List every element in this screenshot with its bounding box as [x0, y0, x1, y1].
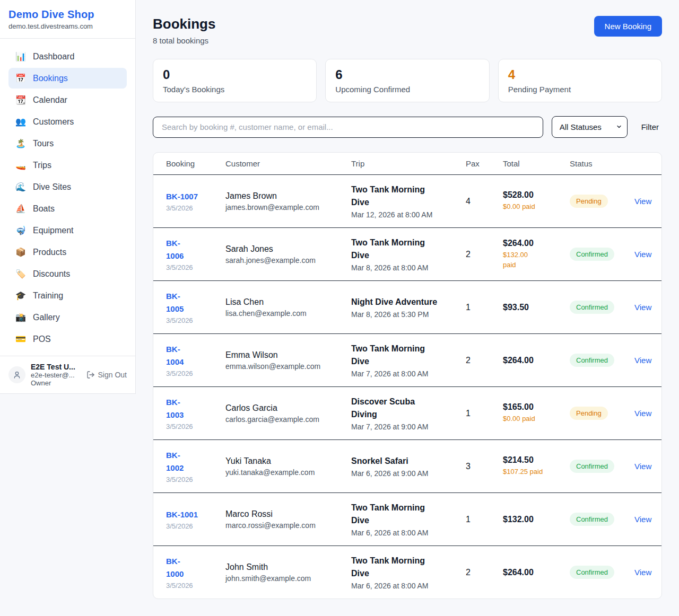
tag-icon: 🏷️: [15, 269, 27, 279]
user-email: e2e-tester@...: [31, 371, 86, 379]
sidebar-item-equipment[interactable]: 🤿 Equipment: [8, 220, 127, 241]
sidebar-item-training[interactable]: 🎓 Training: [8, 285, 127, 306]
trip-name: Two Tank Morning Dive: [351, 501, 432, 527]
sidebar-item-label: Training: [33, 291, 63, 301]
person-icon: [13, 371, 21, 379]
column-header-pax: Pax: [466, 159, 503, 168]
stat-card-todays-bookings: 0 Today's Bookings: [153, 59, 317, 102]
bookings-table: Booking Customer Trip Pax Total Status B…: [153, 152, 662, 599]
sidebar-item-gallery[interactable]: 📸 Gallery: [8, 307, 127, 328]
pax-count: 2: [466, 356, 503, 365]
status-select[interactable]: All Statuses: [552, 116, 628, 138]
sidebar-item-label: Bookings: [33, 74, 68, 83]
sidebar-item-discounts[interactable]: 🏷️ Discounts: [8, 263, 127, 284]
trip-name: Snorkel Safari: [351, 455, 466, 468]
trip-time: Mar 7, 2026 at 9:00 AM: [351, 423, 466, 431]
pax-count: 3: [466, 462, 503, 471]
wave-icon: 🌊: [15, 182, 27, 192]
shop-name: Demo Dive Shop: [8, 8, 127, 21]
view-link[interactable]: View: [634, 568, 651, 577]
sidebar-item-pos[interactable]: 💳 POS: [8, 329, 127, 349]
trip-time: Mar 12, 2026 at 8:00 AM: [351, 210, 466, 219]
trip-time: Mar 7, 2026 at 8:00 AM: [351, 369, 466, 378]
table-row: BK-1000 3/5/2026 John Smith john.smith@e…: [153, 545, 661, 599]
customer-name: Carlos Garcia: [225, 403, 351, 413]
stats-cards: 0 Today's Bookings 6 Upcoming Confirmed …: [153, 59, 662, 102]
view-link[interactable]: View: [634, 250, 651, 259]
total-amount: $264.00: [503, 239, 570, 248]
new-booking-button[interactable]: New Booking: [594, 16, 662, 37]
people-icon: 👥: [15, 117, 27, 127]
status-badge: Confirmed: [570, 460, 614, 473]
sign-out-label: Sign Out: [98, 371, 127, 379]
filter-bar: All Statuses Filter: [153, 116, 662, 138]
booking-id-link[interactable]: BK-1003: [166, 396, 187, 421]
table-header-row: Booking Customer Trip Pax Total Status: [153, 153, 661, 174]
customer-email: james.brown@example.com: [225, 203, 351, 212]
pax-count: 2: [466, 250, 503, 259]
booking-id-link[interactable]: BK-1001: [166, 510, 198, 519]
table-row: BK-1004 3/5/2026 Emma Wilson emma.wilson…: [153, 333, 661, 386]
sidebar-item-label: Calendar: [33, 95, 67, 105]
booking-id-link[interactable]: BK-1006: [166, 237, 187, 262]
sidebar-item-trips[interactable]: 🚤 Trips: [8, 155, 127, 175]
stat-card-upcoming-confirmed: 6 Upcoming Confirmed: [325, 59, 489, 102]
sidebar-item-label: Discounts: [33, 269, 70, 279]
view-link[interactable]: View: [634, 515, 651, 524]
sidebar-item-tours[interactable]: 🏝️ Tours: [8, 133, 127, 154]
booking-id-link[interactable]: BK-1000: [166, 555, 187, 580]
view-link[interactable]: View: [634, 303, 651, 312]
booking-id-link[interactable]: BK-1005: [166, 290, 187, 315]
search-input[interactable]: [153, 117, 543, 138]
sidebar-item-dive-sites[interactable]: 🌊 Dive Sites: [8, 177, 127, 197]
total-amount: $264.00: [503, 568, 570, 577]
trip-name: Discover Scuba Diving: [351, 395, 432, 421]
total-bookings-count: 8 total bookings: [153, 36, 215, 45]
view-link[interactable]: View: [634, 409, 651, 418]
customer-email: carlos.garcia@example.com: [225, 415, 351, 424]
customer-name: Lisa Chen: [225, 297, 351, 307]
sidebar-item-label: Products: [33, 248, 66, 257]
logout-icon: [86, 371, 95, 379]
booking-id-link[interactable]: BK-1004: [166, 343, 187, 368]
sidebar-item-customers[interactable]: 👥 Customers: [8, 111, 127, 132]
island-icon: 🏝️: [15, 138, 27, 148]
booking-id-link[interactable]: BK-1002: [166, 449, 187, 474]
package-icon: 📦: [15, 247, 27, 257]
booking-date: 3/5/2026: [166, 522, 225, 530]
trip-time: Mar 6, 2026 at 8:00 AM: [351, 582, 466, 590]
sidebar-item-products[interactable]: 📦 Products: [8, 242, 127, 262]
sailboat-icon: ⛵: [15, 204, 27, 214]
column-header-trip: Trip: [351, 159, 466, 168]
trip-name: Night Dive Adventure: [351, 296, 466, 309]
paid-amount: $107.25 paid: [503, 467, 570, 477]
trip-name: Two Tank Morning Dive: [351, 342, 432, 368]
sidebar-item-label: Customers: [33, 117, 74, 127]
sidebar-item-label: Dashboard: [33, 52, 74, 61]
avatar: [8, 366, 25, 383]
sidebar-item-dashboard[interactable]: 📊 Dashboard: [8, 46, 127, 67]
column-header-total: Total: [503, 159, 570, 168]
shop-domain: demo.test.divestreams.com: [8, 22, 127, 30]
view-link[interactable]: View: [634, 356, 651, 365]
booking-date: 3/5/2026: [166, 369, 225, 377]
trip-name: Two Tank Morning Dive: [351, 236, 432, 262]
sidebar-item-bookings[interactable]: 📅 Bookings: [8, 68, 127, 89]
table-row: BK-1007 3/5/2026 James Brown james.brown…: [153, 174, 661, 227]
customer-email: john.smith@example.com: [225, 574, 351, 583]
status-badge: Confirmed: [570, 354, 614, 367]
sidebar-item-label: Gallery: [33, 313, 60, 322]
trip-time: Mar 8, 2026 at 8:00 AM: [351, 263, 466, 272]
view-link[interactable]: View: [634, 197, 651, 206]
column-header-booking: Booking: [166, 159, 225, 168]
user-name: E2E Test U...: [31, 363, 86, 371]
pax-count: 1: [466, 515, 503, 524]
table-row: BK-1005 3/5/2026 Lisa Chen lisa.chen@exa…: [153, 280, 661, 333]
view-link[interactable]: View: [634, 462, 651, 471]
status-badge: Confirmed: [570, 566, 614, 579]
filter-button[interactable]: Filter: [641, 122, 659, 131]
sidebar-item-calendar[interactable]: 📆 Calendar: [8, 90, 127, 110]
booking-id-link[interactable]: BK-1007: [166, 192, 198, 201]
sidebar-item-boats[interactable]: ⛵ Boats: [8, 198, 127, 219]
sign-out-button[interactable]: Sign Out: [86, 371, 127, 379]
